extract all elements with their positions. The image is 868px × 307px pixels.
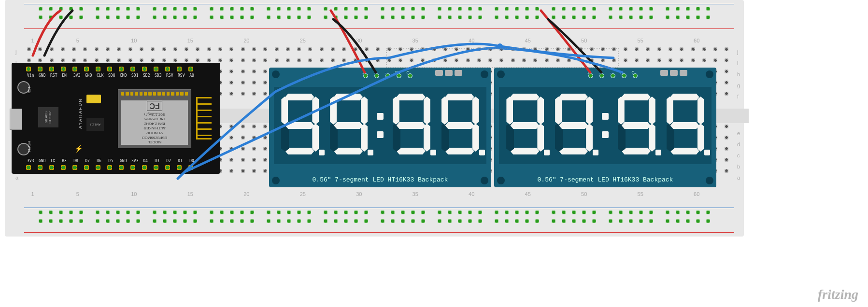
pcb-antenna — [193, 94, 214, 142]
nodemcu-board: VinGNDRSTEN3V3GNDCLKSD0CMDSD1SD2SD3RSVRS… — [12, 63, 220, 174]
nodemcu-pin-labels-bottom: 3V3GNDTXRXD8D7D6D5GND3V3D4D3D2D1D0 — [27, 159, 194, 163]
nodemcu-pin-labels-top: VinGNDRSTEN3V3GNDCLKSD0CMDSD1SD2SD3RSVRS… — [27, 73, 194, 78]
row-labels-lower-right: edcba — [737, 130, 740, 181]
nodemcu-pins-top — [26, 67, 193, 71]
fritzing-diagram: 151015202530354045505560 151015202530354… — [0, 0, 868, 307]
seven-segment-backpack-2: +--DC 0.56" 7-segment LED HT16K33 Backpa… — [494, 68, 716, 187]
brand-logo-icon: ⚡ — [74, 145, 83, 153]
backpack2-label: 0.56" 7-segment LED HT16K33 Backpack — [494, 176, 716, 183]
backpack1-pin-labels: +--DC — [361, 71, 410, 76]
rst-label: RST — [28, 87, 31, 94]
flash-label: FLASH — [28, 141, 31, 152]
seven-segment-display-2 — [499, 87, 711, 164]
esp-shield: MODELESP8266MODVENDORAI-THINKERISM 2.4GH… — [121, 100, 188, 145]
column-labels-bottom: 151015202530354045505560 — [27, 191, 736, 197]
address-jumpers — [435, 70, 462, 76]
seven-segment-backpack-1: +--DC 0.56" 7-segment LED HT16K33 Backpa… — [269, 68, 491, 187]
capacitor — [86, 95, 101, 103]
power-rail-bottom — [24, 210, 734, 230]
address-jumpers — [660, 70, 687, 76]
usb-serial-chip: SILABS CP2102 — [38, 107, 58, 127]
seven-segment-display-1 — [274, 87, 486, 164]
power-rail-top — [24, 7, 734, 26]
nodemcu-pins-bottom — [26, 165, 193, 170]
column-labels-top: 151015202530354045505560 — [27, 38, 736, 43]
row-labels-upper-right: jihgf — [737, 49, 740, 99]
regulator-chip: AM1117 — [86, 118, 104, 131]
brand-text: AYARAFUN — [78, 98, 83, 129]
esp8266-module: MODELESP8266MODVENDORAI-THINKERISM 2.4GH… — [118, 89, 191, 148]
usb-port — [10, 109, 22, 130]
backpack2-pin-labels: +--DC — [586, 71, 635, 76]
fritzing-watermark: fritzing — [818, 287, 858, 302]
backpack1-label: 0.56" 7-segment LED HT16K33 Backpack — [269, 176, 491, 183]
